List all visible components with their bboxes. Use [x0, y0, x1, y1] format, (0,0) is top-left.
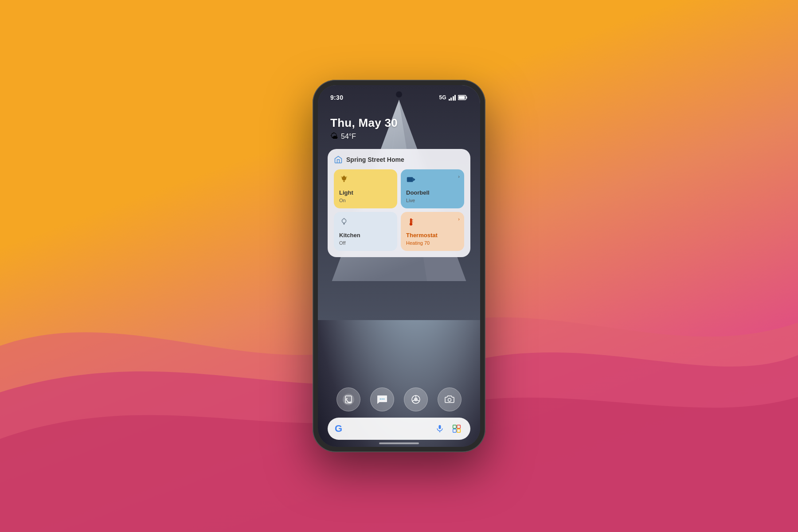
svg-point-17	[410, 223, 412, 225]
light-icon	[339, 175, 392, 187]
svg-point-21	[343, 394, 354, 405]
weather-temp: 54°F	[341, 133, 356, 141]
thermostat-arrow: ›	[458, 216, 460, 222]
light-tile[interactable]: Light On	[334, 169, 397, 208]
light-name: Light	[339, 189, 392, 196]
doorbell-status: Live	[406, 198, 459, 203]
home-brand-icon	[334, 155, 343, 164]
thermostat-status: Heating 70	[406, 240, 459, 246]
home-indicator	[379, 442, 419, 444]
widget-header: Spring Street Home	[334, 155, 464, 164]
mic-icon[interactable]	[433, 422, 446, 435]
weather-row: 🌤 54°F	[330, 132, 468, 141]
svg-rect-6	[466, 97, 467, 99]
widget-title: Spring Street Home	[346, 156, 404, 163]
thermostat-name: Thermostat	[406, 232, 459, 239]
doorbell-name: Doorbell	[406, 189, 459, 196]
svg-point-23	[382, 399, 383, 400]
camera-app-icon[interactable]	[438, 387, 462, 411]
svg-point-8	[342, 176, 346, 180]
doorbell-tile[interactable]: › Doorbell Live	[401, 169, 464, 208]
date-display: Thu, May 30	[330, 116, 468, 130]
svg-rect-33	[453, 425, 456, 429]
kitchen-tile[interactable]: Kitchen Off	[334, 212, 397, 251]
svg-rect-35	[453, 429, 456, 433]
app-dock	[318, 387, 480, 411]
kitchen-name: Kitchen	[339, 232, 392, 239]
home-widget[interactable]: Spring Street Home Light	[328, 149, 470, 257]
svg-rect-7	[459, 96, 465, 99]
status-time: 9:30	[330, 94, 343, 101]
svg-line-10	[341, 177, 342, 177]
signal-icon	[449, 95, 456, 101]
thermostat-icon	[406, 217, 459, 229]
svg-point-30	[448, 399, 451, 402]
phone-screen: 9:30 5G Thu, May 30	[318, 85, 480, 447]
camera-notch	[396, 91, 402, 98]
kitchen-status: Off	[339, 240, 392, 246]
date-weather-section: Thu, May 30 🌤 54°F	[318, 104, 480, 141]
light-status: On	[339, 198, 392, 203]
svg-point-26	[414, 398, 418, 401]
google-logo: G	[335, 423, 342, 434]
svg-rect-31	[439, 425, 441, 429]
svg-marker-13	[413, 178, 415, 181]
svg-rect-34	[457, 425, 461, 429]
phone-frame: 9:30 5G Thu, May 30	[313, 80, 485, 452]
lens-icon[interactable]	[450, 422, 463, 435]
svg-point-14	[342, 219, 346, 223]
messages-app-icon[interactable]	[370, 387, 394, 411]
svg-rect-12	[407, 177, 413, 182]
thermostat-tile[interactable]: › Thermostat Heating 70	[401, 212, 464, 251]
phone-app-icon[interactable]	[336, 387, 360, 411]
network-type: 5G	[439, 94, 446, 101]
weather-icon: 🌤	[330, 132, 338, 141]
svg-point-22	[380, 399, 381, 400]
svg-rect-16	[410, 219, 412, 223]
svg-rect-36	[457, 429, 461, 433]
svg-line-29	[412, 400, 415, 402]
device-grid: Light On › Doorbell Live	[334, 169, 464, 251]
svg-line-28	[418, 400, 420, 402]
svg-line-11	[346, 177, 347, 177]
kitchen-icon	[339, 217, 392, 229]
chrome-app-icon[interactable]	[404, 387, 428, 411]
doorbell-arrow: ›	[458, 174, 460, 179]
google-search-bar[interactable]: G	[328, 418, 470, 440]
doorbell-icon	[406, 175, 459, 187]
status-icons: 5G	[439, 94, 468, 101]
svg-point-24	[383, 399, 385, 400]
battery-icon	[458, 95, 468, 100]
